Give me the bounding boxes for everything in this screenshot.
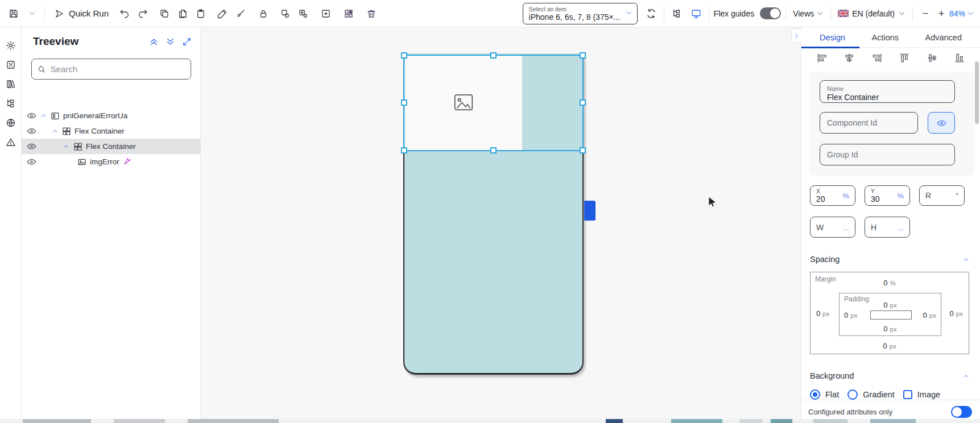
component-id-input[interactable] (827, 118, 911, 127)
component-id-field[interactable] (820, 112, 918, 134)
resize-handle-bottom-left[interactable] (401, 147, 407, 154)
content-size-input[interactable] (870, 310, 912, 320)
delete-button[interactable] (363, 5, 379, 22)
treeview-nav-button[interactable] (5, 98, 17, 109)
group-id-field[interactable] (820, 144, 955, 165)
padding-bottom-field[interactable]: 0px (840, 324, 941, 333)
canvas-side-tab[interactable] (584, 201, 596, 221)
collapse-node-button[interactable] (63, 143, 70, 150)
zoom-in-button[interactable]: + (933, 5, 949, 22)
duplicate-button[interactable] (175, 5, 191, 22)
design-canvas[interactable] (201, 27, 801, 423)
collapse-node-button[interactable] (40, 112, 47, 119)
tab-advanced[interactable]: Advanced (925, 33, 962, 42)
undo-button[interactable] (117, 5, 133, 22)
flat-radio[interactable] (810, 389, 820, 400)
margin-top-field[interactable]: 0% (811, 278, 969, 287)
margin-bottom-field[interactable]: 0px (811, 341, 969, 350)
tab-actions[interactable]: Actions (872, 33, 899, 42)
align-top-button[interactable] (899, 52, 910, 65)
resize-handle-bottom-middle[interactable] (490, 147, 497, 154)
padding-top-field[interactable]: 0px (840, 300, 941, 309)
collapse-node-button[interactable] (51, 127, 59, 135)
y-position-field[interactable]: Y 30 % (865, 185, 910, 206)
flex-guides-toggle[interactable] (760, 7, 781, 19)
expand-all-button[interactable] (164, 36, 176, 47)
paste-component-button[interactable] (295, 5, 311, 22)
preview-button[interactable] (688, 5, 704, 22)
r-unit: ° (956, 192, 958, 200)
height-field[interactable]: H ... (865, 217, 910, 238)
tree-panel-button[interactable] (669, 5, 685, 22)
tree-row-imgError[interactable]: imgError (22, 154, 200, 169)
copy-button[interactable] (156, 5, 172, 22)
zoom-out-button[interactable]: − (917, 5, 933, 22)
name-field[interactable]: Name (820, 80, 955, 103)
treeview-search[interactable] (31, 59, 191, 80)
margin-top-value: 0 (883, 279, 887, 287)
name-input[interactable] (827, 93, 948, 102)
visibility-toggle[interactable] (27, 157, 36, 167)
quick-run-button[interactable]: Quick Run (49, 5, 113, 22)
align-left-button[interactable] (816, 52, 828, 65)
resize-handle-top-middle[interactable] (490, 52, 497, 59)
components-button[interactable] (341, 5, 357, 22)
device-selector[interactable]: Select an item iPhone 6, 6s, 7, 8 (375×.… (523, 3, 638, 24)
background-collapse-button[interactable] (962, 372, 970, 380)
lock-button[interactable] (255, 5, 271, 22)
add-frame-button[interactable] (318, 5, 334, 22)
x-position-field[interactable]: X 20 % (810, 185, 855, 206)
styles-button[interactable] (214, 5, 230, 22)
redo-button[interactable] (135, 5, 151, 22)
gradient-radio[interactable] (847, 389, 858, 400)
configured-attributes-toggle[interactable] (951, 406, 972, 418)
align-right-button[interactable] (871, 52, 883, 65)
tab-design[interactable]: Design (820, 33, 845, 42)
rotation-field[interactable]: R ° (919, 185, 965, 206)
views-dropdown[interactable]: Views (791, 5, 826, 22)
collapse-all-button[interactable] (148, 36, 159, 47)
brush-button[interactable] (233, 5, 249, 22)
visibility-toggle[interactable] (27, 126, 36, 136)
resize-handle-bottom-right[interactable] (580, 147, 586, 154)
zoom-level-dropdown[interactable]: 84% (949, 5, 974, 22)
save-button[interactable] (6, 5, 22, 22)
component-visibility-button[interactable] (928, 112, 955, 134)
resize-handle-middle-left[interactable] (401, 99, 407, 106)
resize-handle-top-left[interactable] (401, 52, 407, 59)
paste-button[interactable] (193, 5, 209, 22)
image-checkbox[interactable] (903, 390, 912, 399)
tree-row-flex-container-outer[interactable]: Flex Container (22, 123, 200, 139)
margin-left-field[interactable]: 0px (816, 309, 829, 318)
settings-nav-button[interactable] (5, 40, 17, 51)
language-dropdown[interactable]: EN (default) (836, 5, 908, 22)
resize-handle-middle-right[interactable] (580, 99, 586, 106)
align-center-horizontal-button[interactable] (843, 52, 855, 65)
globe-nav-button[interactable] (5, 117, 17, 128)
refresh-button[interactable] (643, 5, 659, 22)
expand-panel-button[interactable] (181, 36, 192, 47)
align-bottom-button[interactable] (954, 52, 965, 65)
tree-row-flex-container-selected[interactable]: Flex Container (22, 139, 200, 154)
align-center-vertical-button[interactable] (927, 52, 938, 65)
selected-flex-container[interactable] (403, 55, 584, 151)
search-input[interactable] (51, 64, 185, 74)
visibility-toggle[interactable] (27, 111, 36, 121)
save-menu-button[interactable] (24, 5, 40, 22)
padding-left-field[interactable]: 0px (844, 310, 857, 320)
resources-nav-button[interactable] (5, 59, 17, 70)
inspector-scrollbar[interactable] (975, 61, 979, 124)
tree-row-pnlGeneralErrorUa[interactable]: pnlGeneralErrorUa (22, 108, 200, 123)
width-field[interactable]: W ... (810, 217, 855, 238)
visibility-toggle[interactable] (27, 142, 36, 151)
margin-right-field[interactable]: 0px (950, 309, 963, 318)
resize-handle-top-right[interactable] (580, 52, 586, 59)
group-id-input[interactable] (827, 150, 948, 159)
spacing-collapse-button[interactable] (962, 256, 970, 263)
copy-component-button[interactable] (277, 5, 293, 22)
library-nav-button[interactable] (5, 78, 17, 90)
issues-nav-button[interactable] (5, 136, 17, 148)
inspector-collapse-button[interactable] (791, 28, 801, 43)
undo-icon (119, 9, 130, 19)
padding-right-field[interactable]: 0px (923, 310, 936, 320)
